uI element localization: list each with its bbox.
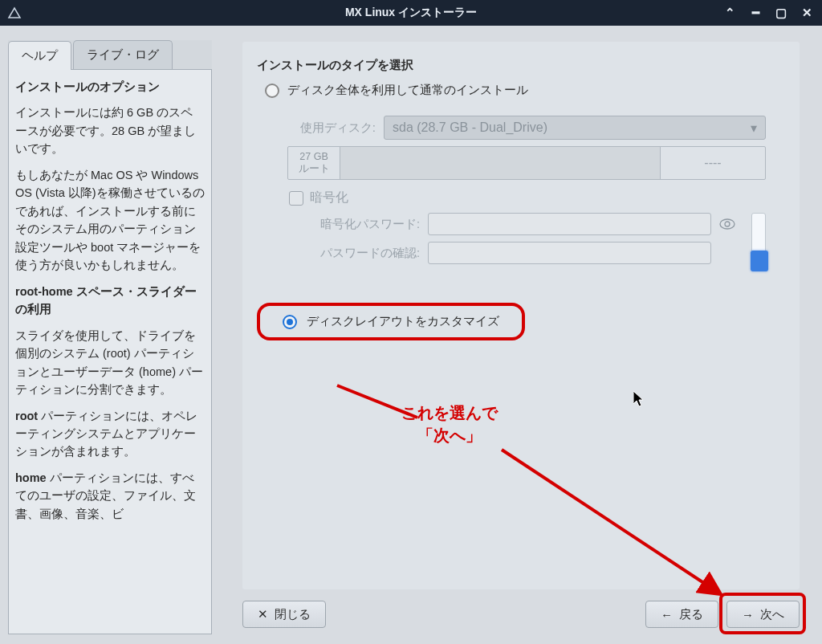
- radio-full-label: ディスク全体を利用して通常のインストール: [287, 83, 528, 98]
- partition-slider[interactable]: 27 GB ルート ----: [287, 146, 766, 180]
- strength-meter: [751, 213, 766, 269]
- help-p2: もしあなたが Mac OS や Windows OS (Vista 以降)を稼働…: [15, 166, 205, 275]
- show-password-icon[interactable]: [716, 218, 739, 230]
- help-p1: インストールには約 6 GB のスペースが必要です。28 GB が望ましいです。: [15, 104, 205, 157]
- help-heading-2: root-home スペース・スライダーの利用: [15, 285, 197, 316]
- radio-custom-layout[interactable]: ディスクレイアウトをカスタマイズ: [257, 303, 525, 340]
- help-heading-1: インストールのオプション: [15, 80, 160, 93]
- help-p4: root パーティションには、オペレーティングシステムとアプリケーションが含まれ…: [15, 407, 205, 461]
- arrow-right-icon: →: [742, 608, 754, 622]
- section-title: インストールのタイプを選択: [257, 58, 785, 73]
- full-install-options: 使用ディスク: sda (28.7 GB - Dual_Drive) ▾ 27 …: [287, 116, 766, 271]
- next-button-label: 次へ: [760, 607, 784, 622]
- tab-bar: ヘルプ ライブ・ログ: [8, 40, 212, 70]
- help-content: インストールのオプション インストールには約 6 GB のスペースが必要です。2…: [8, 70, 212, 634]
- radio-full-icon[interactable]: [265, 84, 279, 98]
- arrow-left-icon: ←: [661, 608, 673, 622]
- partition-root-label: 27 GB ルート: [288, 147, 340, 179]
- svg-point-2: [725, 222, 730, 226]
- encrypt-password-confirm-input[interactable]: [428, 242, 711, 264]
- back-button[interactable]: ← 戻る: [645, 601, 718, 628]
- close-x-icon: ✕: [258, 607, 268, 622]
- radio-full-install[interactable]: ディスク全体を利用して通常のインストール: [257, 83, 785, 98]
- partition-bar[interactable]: [340, 147, 661, 179]
- window-title: MX Linux インストーラー: [345, 6, 477, 20]
- button-row: ✕ 閉じる ← 戻る → 次へ: [242, 589, 800, 628]
- pw-label: 暗号化パスワード:: [287, 217, 428, 232]
- main-pane: インストールのタイプを選択 ディスク全体を利用して通常のインストール 使用ディス…: [220, 26, 822, 644]
- help-p5: home パーティションには、すべてのユーザの設定、ファイル、文書、画像、音楽、…: [15, 469, 205, 523]
- app-icon: [6, 5, 22, 21]
- next-button[interactable]: → 次へ: [726, 601, 800, 628]
- help-pane: ヘルプ ライブ・ログ インストールのオプション インストールには約 6 GB の…: [0, 26, 220, 644]
- minimize-icon[interactable]: ━: [748, 6, 763, 20]
- use-disk-label: 使用ディスク:: [287, 120, 384, 136]
- encrypt-label: 暗号化: [310, 190, 348, 206]
- pw-confirm-label: パスワードの確認:: [287, 246, 428, 261]
- maximize-icon[interactable]: ▢: [774, 6, 788, 20]
- encrypt-checkbox[interactable]: [289, 191, 303, 206]
- chevron-down-icon: ▾: [751, 120, 757, 136]
- svg-point-1: [720, 219, 735, 229]
- main-area: インストールのタイプを選択 ディスク全体を利用して通常のインストール 使用ディス…: [242, 42, 800, 589]
- disk-select-value: sda (28.7 GB - Dual_Drive): [393, 120, 547, 135]
- titlebar: MX Linux インストーラー ⌃ ━ ▢ ✕: [0, 0, 822, 26]
- back-button-label: 戻る: [679, 607, 703, 622]
- close-button[interactable]: ✕ 閉じる: [242, 601, 326, 628]
- rollup-icon[interactable]: ⌃: [722, 6, 737, 20]
- encrypt-checkbox-row[interactable]: 暗号化: [289, 190, 766, 206]
- annotation-text: これを選んで 「次へ」: [401, 401, 498, 446]
- strength-knob: [751, 251, 768, 271]
- radio-custom-icon[interactable]: [283, 315, 297, 329]
- encrypt-password-input[interactable]: [428, 213, 711, 235]
- radio-custom-label: ディスクレイアウトをカスタマイズ: [307, 314, 499, 329]
- disk-select[interactable]: sda (28.7 GB - Dual_Drive) ▾: [384, 116, 766, 140]
- close-icon[interactable]: ✕: [800, 6, 814, 20]
- close-button-label: 閉じる: [275, 607, 311, 622]
- partition-right: ----: [661, 147, 765, 179]
- tab-livelog[interactable]: ライブ・ログ: [73, 40, 173, 69]
- help-p3: スライダを使用して、ドライブを個別のシステム (root) パーティションとユー…: [15, 327, 205, 399]
- tab-help[interactable]: ヘルプ: [8, 41, 71, 70]
